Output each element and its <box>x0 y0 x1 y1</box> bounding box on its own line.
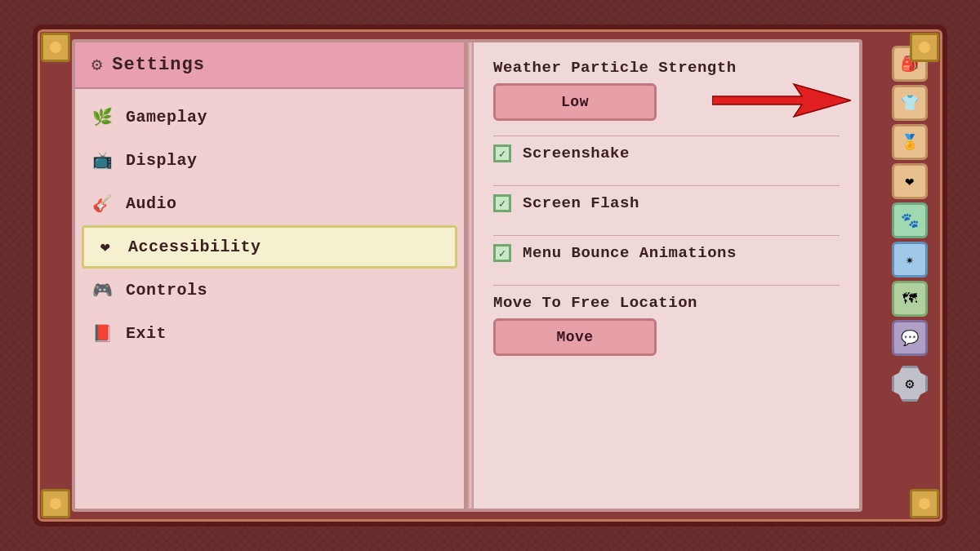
corner-top-right <box>910 33 939 62</box>
weather-particle-label: Weather Particle Strength <box>493 59 840 77</box>
screenshake-label: Screenshake <box>523 144 630 162</box>
display-icon: 📺 <box>91 150 114 171</box>
right-page: Weather Particle Strength Low ✓ Screensh… <box>474 42 859 509</box>
audio-icon: 🎸 <box>91 193 114 214</box>
svg-marker-0 <box>712 84 851 117</box>
accessibility-label: Accessibility <box>128 238 261 256</box>
book-spine <box>467 42 474 509</box>
exit-icon: 📕 <box>91 323 114 344</box>
move-location-label: Move To Free Location <box>493 294 840 312</box>
accessibility-icon: ❤️ <box>94 237 117 257</box>
screen-flash-label: Screen Flash <box>523 194 639 212</box>
gameplay-icon: 🌿 <box>91 107 114 127</box>
left-page: ⚙ Settings 🌿 Gameplay 📺 Display 🎸 Audio <box>75 42 467 509</box>
sidebar-item-accessibility[interactable]: ❤️ Accessibility <box>82 225 457 269</box>
screenshake-row: ✓ Screenshake <box>493 136 840 171</box>
sidebar-shirt-icon[interactable]: 👕 <box>892 85 928 121</box>
sidebar-heart-icon[interactable]: ❤️ <box>892 163 928 199</box>
settings-header: ⚙ Settings <box>75 42 464 89</box>
display-label: Display <box>126 151 198 170</box>
sidebar-item-controls[interactable]: 🎮 Controls <box>75 269 464 312</box>
move-location-setting: Move To Free Location Move <box>493 285 840 356</box>
arrow-annotation <box>712 80 851 121</box>
weather-particle-button[interactable]: Low <box>493 83 657 121</box>
audio-label: Audio <box>126 194 177 213</box>
sidebar-map-icon[interactable]: 🗺 <box>892 281 928 317</box>
controls-icon: 🎮 <box>91 280 114 300</box>
settings-title: Settings <box>112 55 205 75</box>
sidebar-item-display[interactable]: 📺 Display <box>75 139 464 182</box>
exit-label: Exit <box>126 324 167 343</box>
red-arrow-icon <box>712 80 851 121</box>
sidebar-chat-icon[interactable]: 💬 <box>892 320 928 356</box>
settings-gear-icon: ⚙ <box>91 54 102 76</box>
sidebar-compass-icon[interactable]: ✴ <box>892 242 928 278</box>
sidebar-character-icon[interactable]: 🐾 <box>892 202 928 238</box>
screen-flash-checkbox[interactable]: ✓ <box>493 194 511 212</box>
sidebar-item-gameplay[interactable]: 🌿 Gameplay <box>75 96 464 139</box>
screen-flash-row: ✓ Screen Flash <box>493 185 840 220</box>
controls-label: Controls <box>126 281 207 300</box>
screenshake-checkbox[interactable]: ✓ <box>493 144 511 162</box>
right-sidebar: 🎒 👕 🏅 ❤️ 🐾 ✴ 🗺 💬 ⚙ <box>887 39 933 512</box>
menu-bounce-checkbox[interactable]: ✓ <box>493 244 511 262</box>
sidebar-badge-icon[interactable]: 🏅 <box>892 124 928 160</box>
corner-top-left <box>41 33 70 62</box>
book: ⚙ Settings 🌿 Gameplay 📺 Display 🎸 Audio <box>72 39 862 512</box>
sidebar-gear-icon[interactable]: ⚙ <box>892 366 928 402</box>
sidebar-item-audio[interactable]: 🎸 Audio <box>75 182 464 225</box>
move-button[interactable]: Move <box>493 318 657 356</box>
gameplay-label: Gameplay <box>126 108 207 127</box>
corner-bottom-right <box>910 489 939 518</box>
outer-frame: ⚙ Settings 🌿 Gameplay 📺 Display 🎸 Audio <box>33 24 947 527</box>
menu-bounce-row: ✓ Menu Bounce Animations <box>493 235 840 270</box>
sidebar-item-exit[interactable]: 📕 Exit <box>75 312 464 355</box>
menu-bounce-label: Menu Bounce Animations <box>523 244 737 262</box>
corner-bottom-left <box>41 489 70 518</box>
menu-items: 🌿 Gameplay 📺 Display 🎸 Audio ❤️ Accessib… <box>75 89 464 362</box>
